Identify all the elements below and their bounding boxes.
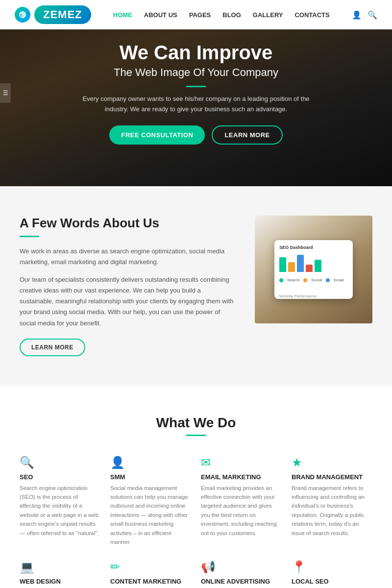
service-email: ✉ EMAIL MARKETING Email marketing provid… <box>201 456 282 547</box>
brand-desc: Brand management refers to influencing a… <box>292 484 372 538</box>
nav-blog[interactable]: BLOG <box>222 11 241 19</box>
smm-icon: 👤 <box>110 456 191 469</box>
seo-icon: 🔍 <box>20 456 100 469</box>
navbar: S ZEMEZ HOME ABOUT US PAGES BLOG GALLERY… <box>0 0 392 29</box>
nav-about[interactable]: ABOUT US <box>144 11 177 19</box>
email-icon: ✉ <box>201 456 282 469</box>
hero-body: Every company owner wants to see his/her… <box>78 94 314 115</box>
nav-links: HOME ABOUT US PAGES BLOG GALLERY CONTACT… <box>113 11 330 19</box>
free-consultation-button[interactable]: FREE CONSULTATION <box>109 125 205 145</box>
logo[interactable]: S ZEMEZ <box>15 5 91 24</box>
nav-contacts[interactable]: CONTACTS <box>294 11 329 19</box>
email-title: EMAIL MARKETING <box>201 473 282 481</box>
user-icon[interactable]: 👤 <box>352 10 362 20</box>
service-webdesign: 💻 WEB DESIGN Users enjoy visiting sites … <box>20 560 100 588</box>
services-section: What We Do 🔍 SEO Search engine optimizat… <box>0 386 392 588</box>
nav-gallery[interactable]: GALLERY <box>253 11 283 19</box>
brand-title: BRAND MANAGEMENT <box>292 473 372 481</box>
smm-title: SMM <box>110 473 191 481</box>
nav-icons: 👤 🔍 <box>352 10 377 20</box>
hero-headline1: We Can Improve <box>78 42 314 63</box>
service-advertising: 📢 ONLINE ADVERTISING With the developmen… <box>201 560 282 588</box>
hero-buttons: FREE CONSULTATION LEARN MORE <box>78 125 314 145</box>
about-img-inner: SEO Dashboard Search Social Email <box>255 216 372 323</box>
brand-icon: ★ <box>292 456 372 469</box>
webdesign-icon: 💻 <box>20 560 100 574</box>
content-icon: ✏ <box>110 560 191 574</box>
smm-desc: Social media management solutions can he… <box>110 484 191 547</box>
service-content: ✏ CONTENT MARKETING Content strategy is … <box>110 560 191 588</box>
webdesign-title: WEB DESIGN <box>20 578 100 585</box>
sidebar-toggle[interactable]: ☰ <box>0 83 11 103</box>
hero-headline2: The Web Image Of Your Company <box>78 66 314 79</box>
advertising-title: ONLINE ADVERTISING <box>201 578 282 585</box>
hero-divider <box>186 86 206 87</box>
services-divider <box>186 435 206 436</box>
svg-text:S: S <box>20 13 23 18</box>
advertising-icon: 📢 <box>201 560 282 574</box>
tablet-visual: SEO Dashboard Search Social Email <box>274 240 353 299</box>
service-seo: 🔍 SEO Search engine optimization (SEO) i… <box>20 456 100 547</box>
service-localseo: 📍 LOCAL SEO Local SEO increases visibili… <box>292 560 372 588</box>
service-brand: ★ BRAND MANAGEMENT Brand management refe… <box>292 456 372 547</box>
services-grid: 🔍 SEO Search engine optimization (SEO) i… <box>20 456 372 588</box>
hero-content: We Can Improve The Web Image Of Your Com… <box>78 42 314 145</box>
about-para2: Our team of specialists consistently del… <box>20 274 235 328</box>
nav-pages[interactable]: PAGES <box>189 11 211 19</box>
learn-more-about-button[interactable]: LEARN MORE <box>20 339 85 356</box>
about-para1: We work in areas as diverse as search en… <box>20 246 235 268</box>
service-smm: 👤 SMM Social media management solutions … <box>110 456 191 547</box>
seo-desc: Search engine optimization (SEO) is the … <box>20 484 100 538</box>
search-icon[interactable]: 🔍 <box>368 10 377 20</box>
localseo-icon: 📍 <box>292 560 372 574</box>
localseo-title: LOCAL SEO <box>292 578 372 585</box>
seo-title: SEO <box>20 473 100 481</box>
nav-home[interactable]: HOME <box>113 11 132 19</box>
learn-more-hero-button[interactable]: LEARN MORE <box>212 125 282 145</box>
logo-icon: S <box>15 7 30 23</box>
content-title: CONTENT MARKETING <box>110 578 191 585</box>
email-desc: Email marketing provides an effective co… <box>201 484 282 538</box>
about-image: SEO Dashboard Search Social Email <box>255 216 372 323</box>
about-divider <box>20 236 39 237</box>
about-title: A Few Words About Us <box>20 216 235 231</box>
services-title: What We Do <box>20 415 372 431</box>
about-section: A Few Words About Us We work in areas as… <box>0 186 392 386</box>
logo-text: ZEMEZ <box>34 5 91 24</box>
about-text: A Few Words About Us We work in areas as… <box>20 216 235 356</box>
